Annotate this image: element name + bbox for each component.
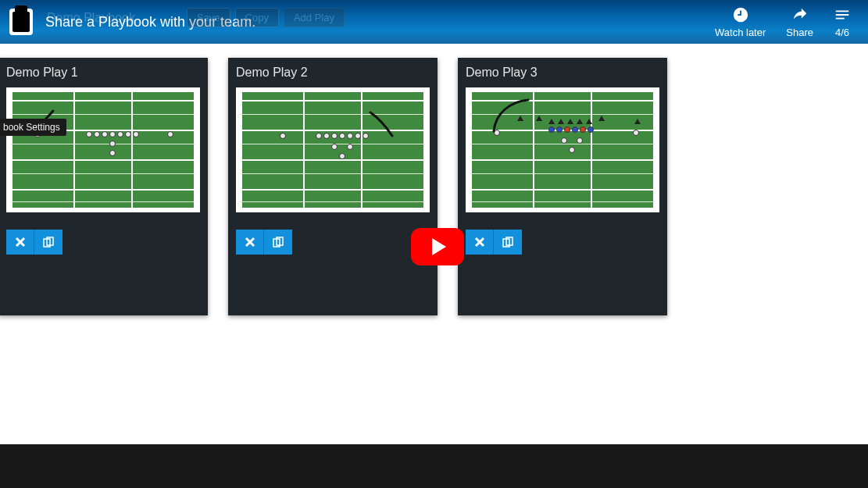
video-title[interactable]: Share a Playbook with your team. [45,14,255,30]
header-controls: Watch later Share 4/6 [715,0,868,44]
field-thumbnail[interactable] [236,87,430,212]
youtube-play-button[interactable] [411,228,464,265]
clock-icon [732,6,749,23]
play-card[interactable]: Demo Play 2 [228,58,438,315]
player-control-strip [0,444,868,488]
add-play-button-ghost: Add Play [284,8,345,27]
copy-play-button[interactable] [34,230,63,255]
copy-icon [43,237,54,248]
close-icon [474,237,485,248]
delete-play-button[interactable] [236,230,264,255]
delete-play-button[interactable] [466,230,494,255]
play-card-title: Demo Play 1 [6,66,200,80]
field-thumbnail[interactable] [466,87,659,212]
play-card[interactable]: Demo Play 1 [0,58,208,315]
settings-tooltip: book Settings [0,119,66,136]
close-icon [245,237,255,248]
card-button-row [236,230,430,255]
card-button-row [6,230,200,255]
share-arrow-icon [791,6,809,23]
copy-play-button[interactable] [264,230,292,255]
delete-play-button[interactable] [6,230,34,255]
play-card[interactable]: Demo Play 3 [458,58,667,315]
watch-later-button[interactable]: Watch later [715,6,766,38]
card-button-row [466,230,659,255]
play-card-row: Demo Play 1 [0,44,868,315]
copy-icon [273,237,284,248]
play-card-title: Demo Play 3 [466,66,659,80]
playlist-count: 4/6 [835,27,849,38]
share-label: Share [786,27,813,38]
video-stage: book Settings Demo Play 1 [0,44,868,488]
field-thumbnail[interactable] [6,87,200,212]
clipboard-icon [9,9,33,35]
close-icon [15,237,26,248]
share-button[interactable]: Share [786,6,813,38]
playlist-button[interactable]: 4/6 [834,6,851,38]
playlist-icon [834,6,851,23]
video-header: Demo Playbook Save Copy Add Play Share a… [0,0,868,44]
copy-icon [502,237,513,248]
play-card-title: Demo Play 2 [236,66,430,80]
watch-later-label: Watch later [715,27,766,38]
copy-play-button[interactable] [494,230,522,255]
